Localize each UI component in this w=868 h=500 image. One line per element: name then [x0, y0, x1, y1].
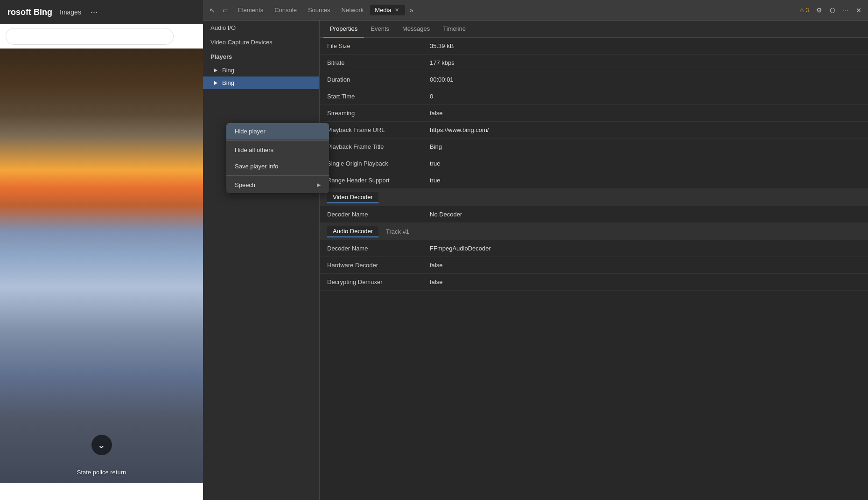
prop-val-bitrate: 177 kbps [430, 59, 455, 66]
browser-title: rosoft Bing [7, 7, 52, 17]
profile-icon: ⬡ [830, 7, 835, 14]
cursor-icon: ↖ [210, 7, 215, 14]
tab-messages[interactable]: Messages [396, 21, 436, 38]
ctx-separator-1 [226, 140, 329, 141]
prop-row-bitrate: Bitrate 177 kbps [320, 55, 868, 71]
more-tabs-button[interactable]: » [407, 5, 416, 16]
prop-key-vdecoder-name: Decoder Name [327, 211, 430, 218]
sidebar-player-1[interactable]: Bing [203, 64, 319, 76]
prop-key-hardware-decoder: Hardware Decoder [327, 262, 430, 269]
browser-caption-text: State police return [77, 469, 126, 476]
gear-icon: ⚙ [816, 7, 822, 14]
properties-content: File Size 35.39 kB Bitrate 177 kbps Dura… [320, 38, 868, 500]
prop-key-frameurl: Playback Frame URL [327, 126, 430, 133]
tab-media[interactable]: Media ✕ [370, 5, 405, 15]
ctx-hide-player[interactable]: Hide player [226, 123, 329, 139]
prop-val-filesize: 35.39 kB [430, 42, 454, 49]
devtools-topbar: ↖ ▭ Elements Console Sources Network Med… [203, 0, 868, 21]
prop-key-duration: Duration [327, 76, 430, 83]
context-menu: Hide player Hide all others Save player … [226, 123, 329, 193]
prop-key-filesize: File Size [327, 42, 430, 49]
prop-key-singleorigin: Single Origin Playback [327, 160, 430, 167]
ctx-speech[interactable]: Speech ▶ [226, 177, 329, 193]
prop-key-rangeheader: Range Header Support [327, 177, 430, 184]
prop-key-streaming: Streaming [327, 110, 430, 117]
prop-row-frameurl: Playback Frame URL https://www.bing.com/ [320, 122, 868, 139]
devtools-sidebar: Audio I/O Video Capture Devices Players … [203, 21, 320, 500]
sidebar-player-2[interactable]: Bing [203, 76, 319, 89]
prop-val-starttime: 0 [430, 93, 433, 100]
tab-media-label: Media [375, 7, 391, 14]
ctx-save-player-info-label: Save player info [235, 163, 278, 170]
prop-val-singleorigin: true [430, 160, 440, 167]
browser-background-image [0, 49, 203, 483]
prop-val-hardware-decoder: false [430, 262, 442, 269]
tab-events[interactable]: Events [364, 21, 396, 38]
tab-audio-decoder[interactable]: Audio Decoder [327, 226, 378, 237]
prop-key-bitrate: Bitrate [327, 59, 430, 66]
devtools-panel: ↖ ▭ Elements Console Sources Network Med… [203, 0, 868, 500]
prop-val-duration: 00:00:01 [430, 76, 454, 83]
prop-row-starttime: Start Time 0 [320, 88, 868, 105]
sidebar-item-audio-io[interactable]: Audio I/O [203, 21, 319, 35]
prop-row-filesize: File Size 35.39 kB [320, 38, 868, 55]
prop-row-decrypting-demuxer: Decrypting Demuxer false [320, 274, 868, 291]
tab-sources[interactable]: Sources [303, 5, 335, 15]
chevron-right-icon-2 [214, 81, 217, 85]
ctx-hide-all-others-label: Hide all others [235, 146, 273, 153]
player-1-label: Bing [222, 67, 234, 74]
close-devtools-button[interactable]: ✕ [853, 5, 864, 16]
tab-timeline[interactable]: Timeline [436, 21, 472, 38]
tab-media-close[interactable]: ✕ [393, 7, 400, 14]
prop-row-rangeheader: Range Header Support true [320, 172, 868, 189]
browser-content: ⌄ State police return [0, 49, 203, 483]
properties-tabs: Properties Events Messages Timeline [320, 21, 868, 38]
prop-key-starttime: Start Time [327, 93, 430, 100]
prop-row-frametitle: Playback Frame Title Bing [320, 139, 868, 155]
device-emulation-button[interactable]: ▭ [220, 5, 231, 16]
more-options-button[interactable]: ··· [840, 5, 851, 16]
prop-val-decrypting-demuxer: false [430, 278, 442, 285]
tab-properties[interactable]: Properties [323, 21, 364, 38]
prop-row-singleorigin: Single Origin Playback true [320, 155, 868, 172]
scroll-down-button[interactable]: ⌄ [91, 435, 112, 455]
player-2-label: Bing [222, 79, 234, 86]
tab-video-decoder[interactable]: Video Decoder [327, 192, 378, 203]
ctx-speech-label: Speech [235, 181, 255, 188]
tab-elements[interactable]: Elements [233, 5, 268, 15]
chevron-down-icon: ⌄ [98, 439, 105, 451]
prop-val-frametitle: Bing [430, 143, 442, 150]
browser-searchbar [0, 24, 203, 49]
cursor-tool-button[interactable]: ↖ [207, 5, 218, 16]
prop-row-duration: Duration 00:00:01 [320, 71, 868, 88]
prop-row-hardware-decoder: Hardware Decoder false [320, 257, 868, 274]
prop-val-streaming: false [430, 110, 442, 117]
prop-key-adecoder-name: Decoder Name [327, 245, 430, 252]
settings-button[interactable]: ⚙ [813, 5, 825, 16]
browser-search-input[interactable] [6, 28, 174, 45]
prop-val-rangeheader: true [430, 177, 440, 184]
ctx-save-player-info[interactable]: Save player info [226, 158, 329, 174]
video-decoder-section: Video Decoder [320, 189, 868, 206]
sidebar-item-video-capture[interactable]: Video Capture Devices [203, 35, 319, 49]
profile-button[interactable]: ⬡ [827, 5, 838, 16]
ctx-hide-all-others[interactable]: Hide all others [226, 142, 329, 158]
tab-console[interactable]: Console [270, 5, 301, 15]
prop-key-decrypting-demuxer: Decrypting Demuxer [327, 278, 430, 285]
prop-row-vdecoder-name: Decoder Name No Decoder [320, 206, 868, 223]
devtools-body: Audio I/O Video Capture Devices Players … [203, 21, 868, 500]
ctx-separator-2 [226, 175, 329, 176]
tab-track-1[interactable]: Track #1 [380, 226, 415, 237]
chevron-right-icon [214, 69, 217, 72]
warning-count: 3 [806, 7, 809, 14]
prop-row-adecoder-name: Decoder Name FFmpegAudioDecoder [320, 240, 868, 257]
browser-nav-images[interactable]: Images [60, 8, 81, 16]
browser-nav-dots[interactable]: ··· [91, 7, 98, 17]
submenu-arrow-icon: ▶ [317, 182, 321, 188]
tab-network[interactable]: Network [337, 5, 369, 15]
browser-header: rosoft Bing Images ··· [0, 0, 203, 24]
sidebar-section-players: Players [203, 49, 319, 64]
audio-decoder-section: Audio Decoder Track #1 [320, 223, 868, 240]
prop-row-streaming: Streaming false [320, 105, 868, 122]
warning-badge: ⚠ 3 [797, 7, 812, 14]
